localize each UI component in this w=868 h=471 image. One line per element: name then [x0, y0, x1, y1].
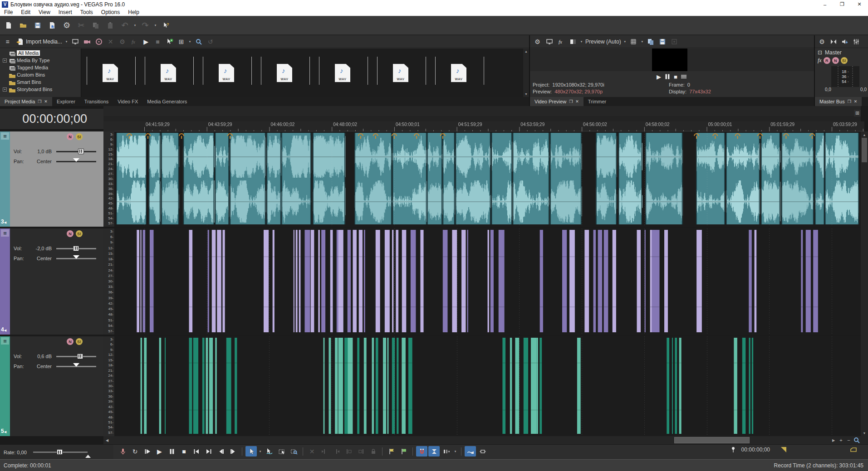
- restore-button[interactable]: ❐: [834, 0, 851, 9]
- play-from-start-button[interactable]: [142, 446, 153, 456]
- pan-value[interactable]: Center: [28, 364, 56, 369]
- overlays-grid-button[interactable]: [628, 36, 639, 47]
- save-snapshot-button[interactable]: [657, 36, 668, 47]
- media-item-7[interactable]: ♪WAV: [430, 50, 488, 96]
- close-tab-icon[interactable]: ✕: [854, 99, 858, 104]
- redo-button[interactable]: ↷: [138, 19, 152, 32]
- lock-event-button[interactable]: [368, 446, 379, 456]
- external-monitor-button[interactable]: [544, 36, 555, 47]
- media-list-scrollbar[interactable]: ▲ ▼: [523, 49, 529, 97]
- solo-button[interactable]: S!: [76, 230, 83, 237]
- mute-button[interactable]: N: [67, 230, 74, 237]
- marker-bar[interactable]: [103, 116, 861, 121]
- cursor-position-value[interactable]: 00:00:00;00: [741, 447, 770, 453]
- media-item-1[interactable]: ♪WAV: [81, 50, 139, 96]
- track-header-4[interactable]: ≡4◀NS!Vol:-2,0 dBPan:Center: [0, 228, 103, 335]
- menu-file[interactable]: File: [0, 9, 17, 16]
- track-header-5[interactable]: ≡5◀NS!Vol:0,6 dBPan:Center: [0, 336, 103, 436]
- timeline-vertical-scrollbar[interactable]: ▲ ▼: [861, 131, 868, 436]
- track-header-3[interactable]: ≡3◀NS!Vol:1,0 dBPan:Center: [0, 131, 103, 227]
- pan-value[interactable]: Center: [28, 256, 56, 261]
- bin-custom-bins[interactable]: Custom Bins: [0, 71, 81, 78]
- media-item-5[interactable]: ♪WAV: [314, 50, 372, 96]
- video-output-fx-button[interactable]: fx: [555, 36, 567, 47]
- dock-tab-master-bus[interactable]: Master Bus❒✕: [815, 97, 862, 106]
- media-item-6[interactable]: ♪WAV: [372, 50, 430, 96]
- split-screen-view-dropdown-icon[interactable]: ▾: [579, 40, 584, 44]
- preview-menu-button[interactable]: [680, 73, 687, 80]
- next-frame-button[interactable]: [227, 446, 239, 456]
- scroll-up-icon[interactable]: ▲: [525, 49, 528, 54]
- mute-button[interactable]: N: [67, 338, 74, 345]
- dock-tab-transitions[interactable]: Transitions: [80, 97, 113, 106]
- view-bus-faders-button[interactable]: [850, 36, 862, 47]
- views-button[interactable]: ⊞: [176, 36, 187, 47]
- refresh-button[interactable]: ↺: [205, 36, 216, 47]
- solo-button[interactable]: S!: [76, 133, 83, 140]
- float-window-icon[interactable]: ❒: [569, 99, 573, 104]
- timeline-options-icon[interactable]: ⊞: [854, 110, 861, 117]
- open-project-button[interactable]: [16, 19, 30, 32]
- track-3-events[interactable]: [114, 131, 861, 227]
- fade-in-button[interactable]: [343, 446, 354, 456]
- mixer-properties-button[interactable]: ⚙: [816, 36, 828, 47]
- volume-slider[interactable]: [56, 356, 96, 357]
- bin-all-media[interactable]: All Media: [0, 49, 81, 57]
- track-5-events[interactable]: [114, 336, 861, 436]
- zoom-in-button[interactable]: +: [837, 436, 845, 444]
- ignore-event-grouping-button[interactable]: [477, 446, 488, 456]
- menu-insert[interactable]: Insert: [54, 9, 76, 16]
- undo-dropdown-icon[interactable]: ▾: [132, 24, 137, 27]
- expander-icon[interactable]: +: [3, 87, 7, 92]
- bin-media-by-type[interactable]: +Media By Type: [0, 57, 81, 64]
- dock-tab-media-generators[interactable]: Media Generators: [142, 97, 191, 106]
- dock-tab-project-media[interactable]: Project Media❒✕: [0, 97, 52, 106]
- volume-slider-handle[interactable]: [73, 246, 79, 251]
- mute-button[interactable]: N: [67, 133, 74, 140]
- pause-button[interactable]: [166, 446, 177, 456]
- pan-slider[interactable]: [56, 161, 96, 162]
- stop-preview-button[interactable]: ■: [152, 36, 163, 47]
- loop-playback-button[interactable]: ↻: [129, 446, 141, 456]
- fade-out-button[interactable]: [355, 446, 367, 456]
- import-media-label[interactable]: Import Media...: [25, 39, 64, 45]
- zoom-edit-tool-button[interactable]: [288, 446, 299, 456]
- time-ruler[interactable]: ⊞: [103, 106, 861, 131]
- preview-properties-button[interactable]: ⚙: [532, 36, 543, 47]
- media-item-3[interactable]: ♪WAV: [197, 50, 255, 96]
- play-button[interactable]: ▶: [154, 446, 165, 456]
- auto-ripple-button[interactable]: [428, 446, 440, 456]
- scrollbar-track[interactable]: [111, 436, 830, 444]
- previous-frame-button[interactable]: [215, 446, 226, 456]
- media-item-2[interactable]: ♪WAV: [139, 50, 197, 96]
- close-tab-icon[interactable]: ✕: [575, 99, 579, 104]
- pan-slider-handle[interactable]: [73, 158, 79, 162]
- minimize-button[interactable]: –: [816, 0, 834, 9]
- record-button[interactable]: [117, 446, 128, 456]
- solo-button[interactable]: S!: [841, 57, 848, 64]
- track-4-events[interactable]: [114, 228, 861, 335]
- menu-options[interactable]: Options: [97, 9, 124, 16]
- track-grip-icon[interactable]: ≡: [1, 229, 9, 237]
- normal-edit-tool-button[interactable]: [245, 446, 257, 456]
- close-button[interactable]: ✕: [851, 0, 868, 9]
- stop-button[interactable]: ■: [178, 446, 190, 456]
- ripple-mode-button[interactable]: [441, 446, 452, 456]
- envelope-edit-tool-button[interactable]: [264, 446, 275, 456]
- dock-tab-video-fx[interactable]: Video FX: [113, 97, 142, 106]
- pause-button[interactable]: [664, 73, 671, 80]
- scroll-left-icon[interactable]: ◀: [103, 436, 111, 444]
- float-window-icon[interactable]: ❒: [848, 99, 851, 104]
- auto-preview-button[interactable]: [164, 36, 175, 47]
- views-dropdown-icon[interactable]: ▾: [187, 40, 192, 44]
- dock-tab-video-preview[interactable]: Video Preview❒✕: [530, 97, 584, 106]
- rate-slider[interactable]: [33, 452, 88, 453]
- overlays-grid-dropdown-icon[interactable]: ▾: [640, 40, 645, 44]
- capture-video-button[interactable]: [81, 36, 93, 47]
- menu-view[interactable]: View: [34, 9, 54, 16]
- search-media-bins-button[interactable]: [193, 36, 204, 47]
- selection-edit-tool-button[interactable]: [276, 446, 287, 456]
- import-media-button[interactable]: [14, 36, 25, 47]
- vol-value[interactable]: -2,0 dB: [28, 246, 56, 251]
- pan-value[interactable]: Center: [28, 159, 56, 164]
